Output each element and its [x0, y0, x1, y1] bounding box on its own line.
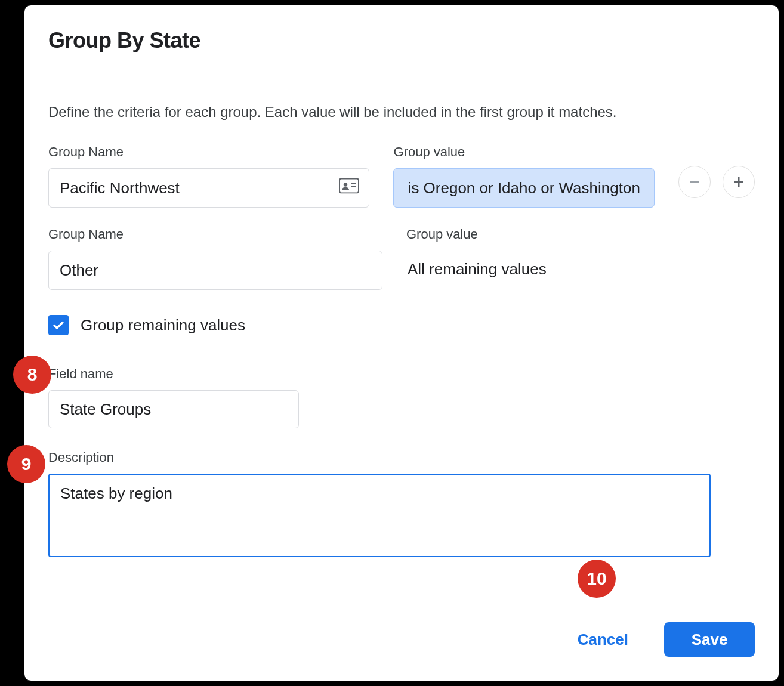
group-value-text-1: is Oregon or Idaho or Washington [408, 179, 640, 197]
remove-group-button[interactable] [678, 166, 711, 198]
modal-subtitle: Define the criteria for each group. Each… [48, 104, 755, 120]
group-name-value-1: Pacific Northwest [60, 179, 180, 197]
group-name-label-2: Group Name [48, 227, 382, 242]
group-name-input-1[interactable]: Pacific Northwest [48, 168, 369, 208]
row-action-buttons [678, 166, 755, 198]
field-name-input[interactable]: State Groups [48, 390, 299, 428]
field-name-value: State Groups [60, 400, 151, 419]
group-value-label-2: Group value [406, 227, 678, 242]
group-remaining-label: Group remaining values [81, 316, 245, 335]
field-name-section: Field name State Groups [48, 366, 755, 428]
group-name-label-1: Group Name [48, 144, 369, 160]
group-value-label-1: Group value [393, 144, 655, 160]
group-remaining-checkbox[interactable] [48, 315, 69, 335]
svg-rect-3 [351, 186, 356, 188]
group-row-2: Group Name Other Group value All remaini… [48, 227, 755, 290]
description-section: Description States by region [48, 450, 755, 557]
group-name-col-2: Group Name Other [48, 227, 382, 290]
group-value-col-1: Group value is Oregon or Idaho or Washin… [393, 144, 655, 208]
group-value-box-1[interactable]: is Oregon or Idaho or Washington [393, 168, 655, 208]
group-value-text-2: All remaining values [406, 251, 678, 279]
field-name-label: Field name [48, 366, 755, 382]
modal-title: Group By State [48, 28, 755, 53]
save-button[interactable]: Save [664, 622, 755, 657]
description-label: Description [48, 450, 755, 465]
svg-rect-2 [351, 183, 356, 185]
modal-footer: Cancel Save [578, 622, 755, 657]
svg-point-1 [344, 183, 347, 186]
annotation-badge-9: 9 [7, 445, 45, 483]
id-card-icon [339, 178, 359, 198]
svg-rect-6 [738, 177, 740, 187]
group-name-input-2[interactable]: Other [48, 251, 382, 290]
text-cursor [174, 486, 174, 503]
cancel-button[interactable]: Cancel [578, 631, 628, 649]
group-by-modal: Group By State Define the criteria for e… [24, 5, 779, 681]
svg-rect-4 [690, 181, 699, 183]
group-name-value-2: Other [60, 261, 98, 280]
description-value: States by region [60, 484, 172, 502]
annotation-badge-10: 10 [578, 560, 616, 598]
group-row-1: Group Name Pacific Northwest Group value… [48, 144, 755, 208]
description-input[interactable]: States by region [48, 474, 711, 557]
group-remaining-row: Group remaining values [48, 315, 755, 335]
add-group-button[interactable] [723, 166, 755, 198]
group-name-col-1: Group Name Pacific Northwest [48, 144, 369, 208]
group-value-col-2: Group value All remaining values [406, 227, 678, 279]
annotation-badge-8: 8 [13, 356, 51, 394]
